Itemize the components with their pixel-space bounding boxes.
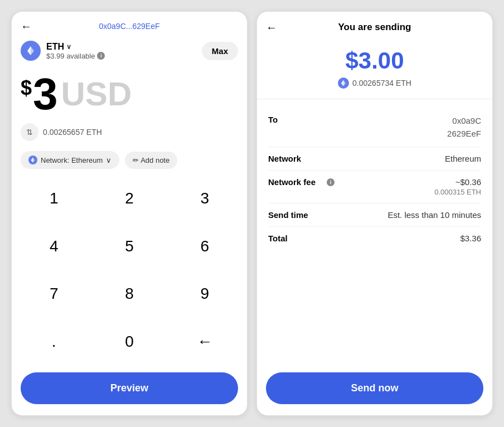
left-header: ← 0x0a9C...629EeF bbox=[12, 12, 247, 36]
total-row: Total $3.36 bbox=[268, 227, 481, 250]
right-back-button[interactable]: ← bbox=[266, 21, 277, 34]
key-7[interactable]: 7 bbox=[16, 270, 91, 318]
key-3[interactable]: 3 bbox=[167, 174, 243, 222]
transaction-details: To 0x0a9C 2629EeF Network Ethereum Netwo… bbox=[257, 99, 492, 366]
send-now-button[interactable]: Send now bbox=[266, 372, 483, 404]
fee-label: Network fee bbox=[268, 177, 324, 187]
to-address: 0x0a9C 2629EeF bbox=[447, 115, 481, 140]
fee-usd-value: ~$0.36 bbox=[455, 177, 481, 187]
key-6[interactable]: 6 bbox=[167, 222, 243, 270]
eth-logo-icon bbox=[21, 41, 41, 61]
sending-amount-eth-row: 0.00265734 ETH bbox=[257, 77, 492, 99]
network-selector-button[interactable]: Network: Ethereum ∨ bbox=[21, 151, 119, 169]
right-screen-title: You are sending bbox=[338, 22, 411, 33]
time-value: Est. less than 10 minutes bbox=[387, 210, 481, 220]
currency-label: USD bbox=[61, 77, 132, 111]
network-row: Network Ethereum bbox=[268, 147, 481, 171]
confirm-screen: ← You are sending $3.00 0.00265734 ETH T… bbox=[256, 11, 493, 416]
eth-equivalent-text: 0.00265657 ETH bbox=[43, 128, 102, 137]
key-8[interactable]: 8 bbox=[91, 270, 167, 318]
amount-number: 3 bbox=[33, 72, 58, 117]
eth-equivalent-row: ⇅ 0.00265657 ETH bbox=[12, 119, 247, 145]
key-0[interactable]: 0 bbox=[91, 318, 167, 366]
token-chevron-icon: ∨ bbox=[66, 43, 71, 51]
key-5[interactable]: 5 bbox=[91, 222, 167, 270]
preview-button-container: Preview bbox=[12, 366, 247, 415]
key-1[interactable]: 1 bbox=[16, 174, 91, 222]
time-label: Send time bbox=[268, 210, 324, 220]
swap-icon: ⇅ bbox=[26, 128, 33, 137]
key-4[interactable]: 4 bbox=[16, 222, 91, 270]
back-button[interactable]: ← bbox=[21, 20, 32, 33]
key-dot[interactable]: . bbox=[16, 318, 91, 366]
sending-eth-icon bbox=[338, 77, 349, 89]
key-2[interactable]: 2 bbox=[91, 174, 167, 222]
token-available: $3.99 available i bbox=[46, 52, 105, 60]
network-detail-value: Ethereum bbox=[445, 154, 481, 163]
preview-button[interactable]: Preview bbox=[21, 372, 238, 404]
time-row: Send time Est. less than 10 minutes bbox=[268, 203, 481, 227]
token-selector-row: ETH ∨ $3.99 available i Max bbox=[12, 36, 247, 65]
right-header: ← You are sending bbox=[257, 12, 492, 38]
token-details: ETH ∨ $3.99 available i bbox=[46, 42, 105, 60]
send-now-button-container: Send now bbox=[257, 366, 492, 415]
key-backspace[interactable]: ← bbox=[167, 318, 243, 366]
available-info-icon[interactable]: i bbox=[97, 52, 105, 60]
fee-label-row: Network fee i bbox=[268, 177, 335, 187]
to-row: To 0x0a9C 2629EeF bbox=[268, 108, 481, 147]
to-label: To bbox=[268, 115, 324, 124]
network-detail-label: Network bbox=[268, 154, 324, 163]
fee-row: Network fee i ~$0.36 0.000315 ETH bbox=[268, 171, 481, 203]
add-note-button[interactable]: ✏ Add note bbox=[125, 152, 177, 169]
max-button[interactable]: Max bbox=[202, 42, 238, 60]
total-value: $3.36 bbox=[460, 234, 481, 243]
amount-display: $ 3 USD bbox=[12, 65, 247, 119]
network-options-row: Network: Ethereum ∨ ✏ Add note bbox=[12, 145, 247, 174]
key-9[interactable]: 9 bbox=[167, 270, 243, 318]
numpad: 1 2 3 4 5 6 7 8 9 . 0 ← bbox=[12, 174, 247, 366]
token-info: ETH ∨ $3.99 available i bbox=[21, 41, 105, 61]
swap-currency-button[interactable]: ⇅ bbox=[21, 123, 38, 141]
network-icon bbox=[28, 156, 37, 164]
network-chevron-icon: ∨ bbox=[106, 156, 112, 164]
token-name[interactable]: ETH ∨ bbox=[46, 42, 105, 52]
dollar-sign: $ bbox=[21, 76, 32, 100]
fee-value-column: ~$0.36 0.000315 ETH bbox=[434, 177, 481, 196]
fee-info-icon[interactable]: i bbox=[327, 178, 335, 186]
wallet-address[interactable]: 0x0a9C...629EeF bbox=[99, 22, 160, 31]
sending-eth-amount: 0.00265734 ETH bbox=[352, 79, 411, 88]
app-container: ← 0x0a9C...629EeF ETH ∨ bbox=[0, 0, 504, 427]
send-screen: ← 0x0a9C...629EeF ETH ∨ bbox=[11, 11, 248, 416]
total-label: Total bbox=[268, 234, 324, 243]
fee-eth-value: 0.000315 ETH bbox=[434, 188, 481, 196]
sending-amount-usd: $3.00 bbox=[257, 38, 492, 77]
